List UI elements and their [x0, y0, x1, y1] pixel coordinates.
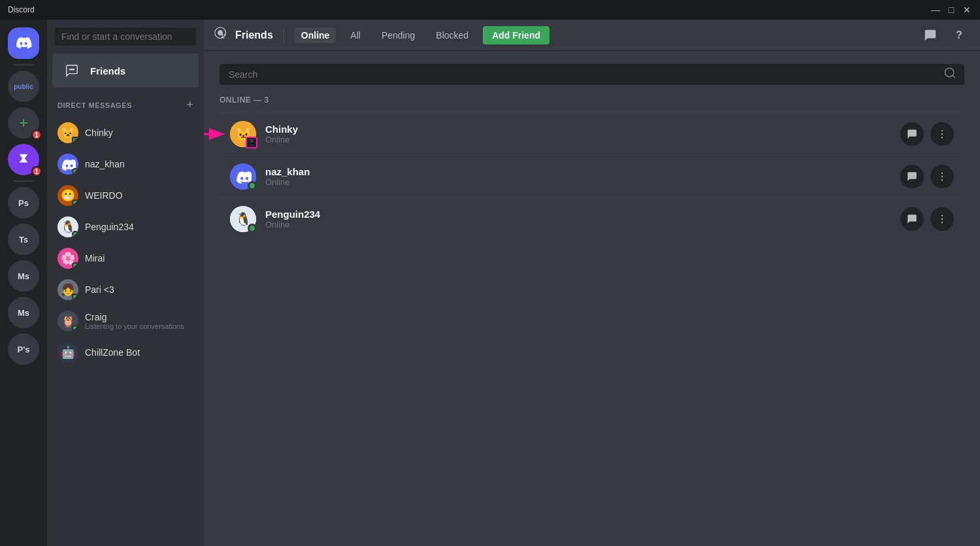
message-penguin234-button[interactable] [900, 207, 924, 231]
server-ps2-label: P's [18, 345, 30, 354]
dm-item-mirai[interactable]: 🌸 Mirai [52, 243, 199, 274]
friends-nav-item[interactable]: Friends [52, 54, 199, 88]
dm-name-penguin234: Penguin234 [85, 222, 134, 232]
dm-status-craig: Listening to your conversations [85, 322, 184, 330]
status-dot-craig [72, 325, 78, 332]
server-icon-ps2[interactable]: P's [8, 333, 39, 365]
friends-nav-icon [61, 60, 82, 81]
search-bar-row [220, 64, 964, 85]
minimize-button[interactable]: — [930, 5, 941, 15]
dm-name-pari: Pari <3 [85, 284, 114, 295]
svg-point-8 [941, 133, 943, 135]
dm-name-chinky: Chinky [85, 128, 113, 138]
dm-name-chillzone: ChillZone Bot [85, 347, 140, 358]
status-mobile-chinky: 📱 [72, 137, 78, 143]
server-icon-ts[interactable]: Ts [8, 224, 39, 255]
friends-nav-title: Friends [235, 29, 273, 41]
svg-line-4 [953, 75, 955, 78]
status-dot-naz-khan-list [248, 181, 257, 190]
status-dot-penguin234-list [248, 224, 257, 233]
dm-name-craig: Craig [85, 312, 184, 322]
dm-avatar-chinky: 🐱 📱 [57, 122, 78, 143]
tab-pending[interactable]: Pending [375, 27, 421, 43]
svg-point-12 [941, 179, 943, 180]
dm-avatar-penguin234: 🐧 [57, 216, 78, 237]
status-dot-mirai [72, 262, 78, 269]
tab-online[interactable]: Online [295, 27, 336, 43]
server-icon-purple[interactable]: 1 [8, 144, 39, 175]
close-button[interactable]: ✕ [962, 5, 972, 15]
server-public-label: public [14, 83, 33, 90]
server-icon-public[interactable]: public [8, 71, 39, 102]
dm-list: 🐱 📱 Chinky naz_khan [47, 114, 204, 546]
dm-section-header: DIRECT MESSAGES + [47, 88, 204, 114]
dm-item-pari[interactable]: 👧 Pari <3 [52, 274, 199, 305]
dm-item-naz-khan[interactable]: naz_khan [52, 148, 199, 180]
friend-name-penguin234: Penguin234 [265, 209, 900, 220]
svg-point-11 [941, 176, 943, 177]
dm-name-weirdo: WEIRDO [85, 190, 123, 201]
server-sidebar: public + 1 1 Ps Ts Ms Ms P's [0, 20, 47, 546]
status-dot-weirdo [72, 199, 78, 206]
friend-avatar-naz-khan [230, 163, 256, 190]
svg-point-14 [941, 218, 943, 220]
server-icon-ms2[interactable]: Ms [8, 297, 39, 328]
online-header: ONLINE — 3 [220, 95, 964, 105]
more-penguin234-button[interactable] [930, 207, 954, 231]
dm-sidebar: Friends DIRECT MESSAGES + 🐱 📱 Chinky [47, 20, 204, 546]
search-icon [943, 67, 956, 83]
dm-avatar-craig: 🦉 [57, 311, 78, 332]
title-bar: Discord — □ ✕ [0, 0, 980, 20]
message-chinky-button[interactable] [900, 122, 924, 146]
top-nav: Friends Online All Pending Blocked Add F… [204, 20, 980, 51]
friends-nav-label: Friends [90, 65, 125, 77]
svg-point-1 [71, 69, 73, 71]
status-dot-pari [72, 294, 78, 300]
dm-avatar-naz-khan [57, 154, 78, 175]
svg-point-7 [941, 130, 943, 131]
tab-all[interactable]: All [344, 27, 367, 43]
more-naz-khan-button[interactable] [930, 165, 954, 188]
dm-item-penguin234[interactable]: 🐧 Penguin234 [52, 211, 199, 243]
dm-add-button[interactable]: + [186, 98, 193, 112]
help-button[interactable]: ? [949, 25, 970, 46]
window-controls: — □ ✕ [930, 5, 972, 15]
dm-item-weirdo[interactable]: 😬 WEIRDO [52, 180, 199, 211]
friends-search-input[interactable] [220, 64, 964, 85]
add-friend-button[interactable]: Add Friend [483, 26, 549, 44]
nav-divider [284, 27, 284, 43]
svg-point-13 [941, 215, 943, 216]
friend-row-chinky[interactable]: 🐱 📱 Chinky Online [220, 112, 964, 155]
friend-info-chinky: Chinky Online [265, 124, 900, 145]
maximize-button[interactable]: □ [946, 5, 956, 15]
dm-search-bar [47, 20, 204, 54]
svg-point-3 [945, 68, 954, 77]
server-icon-add[interactable]: + 1 [8, 107, 39, 139]
main-content: Friends Online All Pending Blocked Add F… [204, 20, 980, 546]
server-icon-ms1[interactable]: Ms [8, 260, 39, 292]
dm-avatar-weirdo: 😬 [57, 185, 78, 206]
friend-actions-naz-khan [900, 165, 954, 188]
more-chinky-button[interactable] [930, 122, 954, 146]
tab-blocked[interactable]: Blocked [429, 27, 475, 43]
dm-search-input[interactable] [55, 27, 196, 46]
discord-home-icon[interactable] [8, 27, 39, 59]
server-icon-ps[interactable]: Ps [8, 187, 39, 218]
friend-avatar-chinky: 🐱 📱 [230, 121, 256, 147]
dm-item-chinky[interactable]: 🐱 📱 Chinky [52, 117, 199, 148]
friend-row-penguin234[interactable]: 🐧 Penguin234 Online [220, 197, 964, 240]
app-title: Discord [8, 5, 35, 14]
inbox-button[interactable] [920, 25, 941, 46]
message-naz-khan-button[interactable] [900, 165, 924, 188]
dm-item-craig[interactable]: 🦉 Craig Listening to your conversations [52, 305, 199, 337]
friend-status-naz-khan: Online [265, 177, 900, 187]
dm-avatar-mirai: 🌸 [57, 248, 78, 269]
friend-row-naz-khan[interactable]: naz_khan Online [220, 155, 964, 197]
server-ts-label: Ts [19, 235, 28, 245]
dm-item-chillzone[interactable]: 🤖 ChillZone Bot [52, 337, 199, 368]
friend-actions-chinky [900, 122, 954, 146]
svg-point-0 [69, 69, 71, 71]
dm-name-naz-khan: naz_khan [85, 159, 125, 169]
server-ms1-label: Ms [18, 271, 29, 281]
friend-actions-penguin234 [900, 207, 954, 231]
